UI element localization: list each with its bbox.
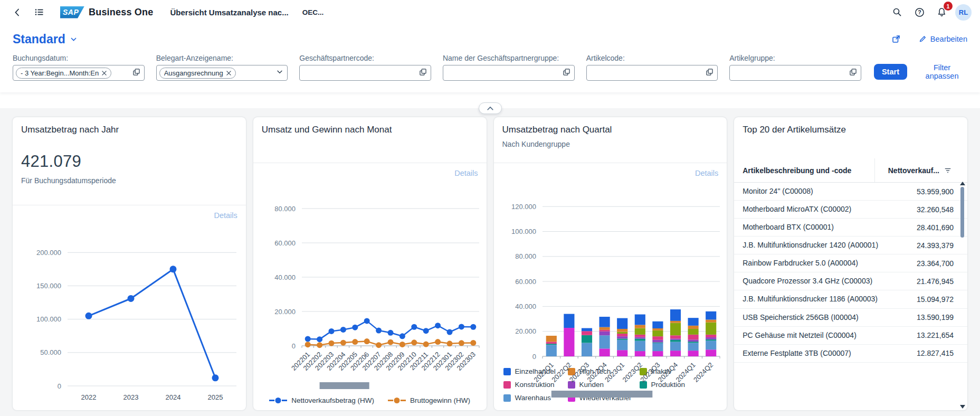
column-header-artikel[interactable]: Artikelbeschreibung und -code: [734, 158, 874, 182]
card-umsatz-nach-quartal: Umsatzbetrag nach Quartal Nach Kundengru…: [494, 117, 727, 410]
chart-scrollbar[interactable]: [551, 391, 652, 398]
notification-badge: 1: [944, 2, 953, 11]
chart-umsatz-nach-jahr: 050.000100.000150.000200.000202220232024…: [13, 225, 246, 410]
card-umsatz-nach-jahr: Umsatzbetrag nach Jahr 421.079 Für Buchu…: [13, 117, 246, 410]
chevron-left-icon: [13, 8, 22, 17]
svg-text:40.000: 40.000: [274, 273, 296, 281]
table-row[interactable]: USB Speicherstick 256GB (I00004)13.590,1…: [734, 309, 967, 327]
card-title: Umsatzbetrag nach Jahr: [21, 125, 237, 135]
table-row[interactable]: Monitor 24" (C00008)53.959,900: [734, 183, 967, 201]
item-value: 32.260,548: [883, 201, 967, 218]
svg-text:2024Q2: 2024Q2: [692, 361, 715, 384]
table-row[interactable]: PC Gehäuse mit Netzteil (C00004)13.221,6…: [734, 327, 967, 345]
table-row[interactable]: Motherboard BTX (C00001)28.401,690: [734, 219, 967, 237]
help-button[interactable]: ?: [911, 4, 928, 21]
table-row[interactable]: Motherboard MicroATX (C00002)32.260,548: [734, 201, 967, 219]
value-help-icon[interactable]: [706, 68, 713, 78]
item-name: Monitor 24" (C00008): [734, 183, 883, 200]
item-name: J.B. Multifunktionsdrucker 1420 (A00001): [734, 237, 883, 254]
item-value: 28.401,690: [883, 219, 967, 236]
svg-text:0: 0: [532, 353, 536, 361]
item-value: 13.590,199: [883, 309, 967, 326]
chevron-down-icon: [70, 36, 77, 43]
card-title: Umsatzbetrag nach Quartal: [502, 125, 719, 135]
filter-label: Buchungsdatum:: [13, 54, 145, 62]
page-title: Übersicht Umsatzanalyse nac...: [170, 8, 288, 17]
chart-legend: Nettoverkaufsbetrag (HW)Bruttogewinn (HW…: [253, 390, 487, 410]
edit-button[interactable]: Bearbeiten: [918, 35, 967, 43]
menu-icon[interactable]: [31, 4, 47, 21]
help-icon: ?: [915, 7, 925, 17]
filter-artikelgruppe: Artikelgruppe:: [729, 54, 861, 81]
chart-scrollbar[interactable]: [319, 382, 369, 389]
filter-icon: [944, 167, 952, 174]
back-button[interactable]: [8, 4, 25, 21]
card-umsatz-gewinn-nach-monat: Umsatz und Gewinn nach Monat Details 020…: [253, 117, 487, 410]
svg-text:0: 0: [292, 342, 296, 350]
kpi-value: 421.079: [21, 152, 237, 171]
table-body: Monitor 24" (C00008)53.959,900Motherboar…: [734, 183, 967, 410]
filter-geschaeftspartnercode: Geschäftspartnercode:: [299, 54, 431, 81]
token-label: - 3 Year:Begin...Month:En: [21, 69, 99, 77]
filter-label: Geschäftspartnercode:: [299, 54, 431, 62]
svg-text:0: 0: [58, 382, 61, 390]
svg-text:2022: 2022: [81, 393, 97, 401]
filter-input-belegart-anzeigename[interactable]: Ausgangsrechnung: [156, 65, 288, 81]
filter-input-geschaeftspartnercode[interactable]: [299, 65, 431, 81]
item-name: PC Gehäuse mit Netzteil (C00004): [734, 327, 883, 344]
details-link[interactable]: Details: [695, 169, 718, 177]
filter-label: Name der Geschäftspartnergruppe:: [443, 54, 575, 62]
card-title: Top 20 der Artikelumsätze: [743, 125, 959, 135]
scrollbar-thumb[interactable]: [960, 187, 964, 238]
adapt-filters-link[interactable]: Filter anpassen: [917, 63, 967, 80]
table-row[interactable]: Externe Festplatte 3TB (C00007)12.827,41…: [734, 345, 967, 363]
avatar[interactable]: RL: [955, 4, 972, 21]
item-value: 24.393,379: [883, 237, 967, 254]
token-remove-icon[interactable]: [102, 71, 107, 75]
column-header-nettoverkauf[interactable]: Nettoverkauf...: [874, 158, 967, 182]
filter-input-geschaeftspartnergruppe[interactable]: [443, 65, 575, 81]
value-help-icon[interactable]: [849, 68, 857, 78]
table-row[interactable]: J.B. Multifunktionsdrucker 1420 (A00001)…: [734, 237, 967, 254]
share-button[interactable]: [888, 31, 905, 48]
svg-text:2025: 2025: [208, 393, 223, 401]
product-name: Business One: [89, 7, 153, 18]
table-scrollbar: [958, 182, 966, 409]
search-button[interactable]: [889, 4, 906, 21]
variant-name: Standard: [13, 32, 65, 46]
start-button[interactable]: Start: [874, 64, 907, 80]
scroll-down-icon[interactable]: [960, 405, 965, 409]
dashboard-content: Umsatzbetrag nach Jahr 421.079 Für Buchu…: [0, 108, 980, 416]
table-row[interactable]: Quadcore Prozessor 3.4 GHz (C00003)21.47…: [734, 272, 967, 290]
filter-bar: Buchungsdatum:- 3 Year:Begin...Month:EnB…: [0, 50, 980, 92]
filter-input-artikelgruppe[interactable]: [729, 65, 861, 81]
token-remove-icon[interactable]: [226, 71, 231, 75]
value-help-icon[interactable]: [563, 68, 570, 78]
svg-text:2024: 2024: [166, 393, 181, 401]
filter-input-artikelcode[interactable]: [586, 65, 718, 81]
svg-text:150.000: 150.000: [36, 282, 61, 290]
shell-header: SAP Business One Übersicht Umsatzanalyse…: [0, 0, 980, 24]
svg-text:80.000: 80.000: [515, 252, 536, 260]
filter-input-buchungsdatum[interactable]: - 3 Year:Begin...Month:En: [13, 65, 145, 81]
filter-label: Artikelcode:: [586, 54, 718, 62]
value-help-icon[interactable]: [132, 68, 140, 78]
scroll-up-icon[interactable]: [960, 182, 965, 185]
legend-swatch: [269, 397, 287, 404]
select-arrow-icon[interactable]: [276, 68, 283, 78]
chart-umsatz-nach-quartal: 020.00040.00060.00080.000100.000120.0002…: [494, 183, 727, 364]
variant-selector[interactable]: Standard: [13, 32, 77, 46]
page: SAP Business One Übersicht Umsatzanalyse…: [0, 0, 980, 416]
filter-label: Belegart-Anzeigename:: [156, 54, 288, 62]
kpi-caption: Für Buchungsdatumsperiode: [21, 176, 237, 185]
table-row[interactable]: J.B. Multifunktionsdrucker 1186 (A00003)…: [734, 290, 967, 308]
svg-text:50.000: 50.000: [40, 348, 61, 356]
table-row[interactable]: Rainbow Farbdrucker 5.0 (A00004)23.364,7…: [734, 254, 967, 272]
value-help-icon[interactable]: [419, 68, 427, 78]
legend-swatch: [388, 397, 406, 404]
details-link[interactable]: Details: [454, 169, 478, 177]
collapse-filter-button[interactable]: [479, 102, 502, 114]
chevron-up-icon: [486, 105, 494, 111]
item-value: 53.959,900: [883, 183, 967, 200]
details-link[interactable]: Details: [214, 211, 237, 220]
